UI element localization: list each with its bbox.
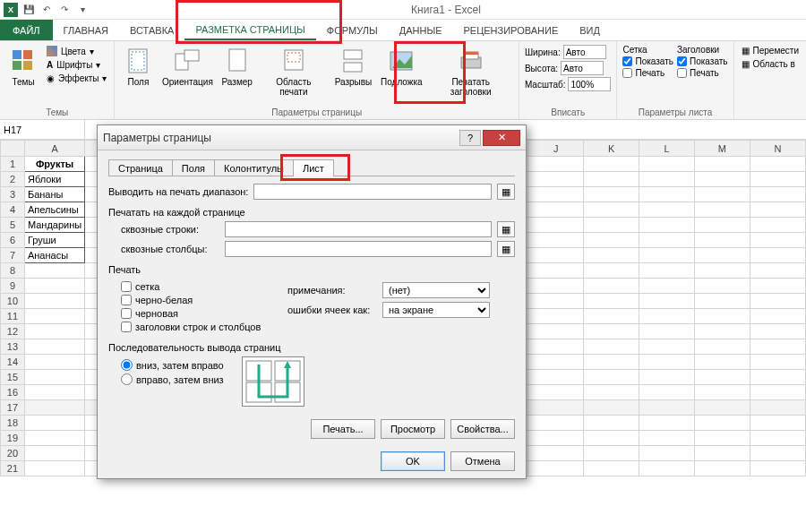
cell[interactable] bbox=[528, 279, 584, 294]
cell[interactable] bbox=[750, 461, 805, 476]
cell[interactable] bbox=[639, 233, 695, 248]
cell[interactable] bbox=[639, 416, 695, 431]
cell[interactable] bbox=[584, 248, 639, 263]
size-button[interactable]: Размер bbox=[219, 45, 255, 89]
cell[interactable] bbox=[528, 233, 584, 248]
cell[interactable] bbox=[694, 187, 750, 202]
tab-insert[interactable]: ВСТАВКА bbox=[119, 20, 184, 40]
cell[interactable] bbox=[750, 324, 805, 339]
cell[interactable] bbox=[639, 446, 695, 461]
cell[interactable] bbox=[694, 370, 750, 385]
cell[interactable] bbox=[584, 339, 639, 355]
cell[interactable] bbox=[584, 416, 639, 431]
cell[interactable]: Апельсины bbox=[24, 202, 84, 218]
cell[interactable] bbox=[528, 309, 584, 324]
row-header[interactable]: 14 bbox=[1, 355, 25, 370]
cell[interactable] bbox=[528, 218, 584, 233]
cell[interactable] bbox=[528, 157, 584, 172]
cell[interactable] bbox=[24, 385, 84, 400]
themes-button[interactable]: Темы bbox=[5, 45, 41, 89]
move-button[interactable]: ▦ Перемести bbox=[740, 45, 801, 56]
cell[interactable] bbox=[639, 324, 695, 339]
cell[interactable] bbox=[528, 172, 584, 187]
cell[interactable] bbox=[584, 431, 639, 446]
cell[interactable] bbox=[639, 187, 695, 202]
cell[interactable] bbox=[750, 279, 805, 294]
column-header[interactable]: L bbox=[639, 141, 695, 157]
cell[interactable] bbox=[694, 233, 750, 248]
cell[interactable] bbox=[24, 324, 84, 339]
cell[interactable] bbox=[24, 294, 84, 309]
cell[interactable] bbox=[584, 370, 639, 385]
preview-button[interactable]: Просмотр bbox=[381, 419, 445, 439]
bw-checkbox[interactable] bbox=[121, 295, 132, 305]
cell[interactable] bbox=[750, 202, 805, 218]
margins-button[interactable]: Поля bbox=[120, 45, 156, 89]
cell[interactable] bbox=[750, 187, 805, 202]
cell[interactable] bbox=[528, 339, 584, 355]
gridlines-checkbox[interactable] bbox=[121, 281, 132, 292]
cell[interactable] bbox=[639, 263, 695, 279]
cell[interactable] bbox=[639, 309, 695, 324]
cell[interactable] bbox=[750, 157, 805, 172]
dlg-tab-sheet[interactable]: Лист bbox=[293, 159, 334, 176]
cell[interactable] bbox=[528, 324, 584, 339]
ref-button-icon[interactable]: ▦ bbox=[497, 184, 515, 200]
cell[interactable] bbox=[694, 355, 750, 370]
cell[interactable] bbox=[584, 218, 639, 233]
cell[interactable] bbox=[750, 263, 805, 279]
help-button[interactable]: ? bbox=[459, 130, 481, 146]
qat-dropdown-icon[interactable]: ▾ bbox=[75, 3, 90, 17]
tab-file[interactable]: ФАЙЛ bbox=[0, 20, 53, 40]
dialog-titlebar[interactable]: Параметры страницы ? ✕ bbox=[98, 125, 526, 150]
cell[interactable] bbox=[694, 279, 750, 294]
cell[interactable] bbox=[639, 218, 695, 233]
cell[interactable] bbox=[584, 309, 639, 324]
ref-button-icon[interactable]: ▦ bbox=[497, 221, 515, 237]
comments-select[interactable]: (нет) bbox=[382, 282, 490, 298]
properties-button[interactable]: Свойства... bbox=[450, 419, 515, 439]
row-header[interactable]: 4 bbox=[1, 202, 25, 218]
tab-formulas[interactable]: ФОРМУЛЫ bbox=[316, 20, 389, 40]
cell[interactable] bbox=[639, 400, 695, 416]
cell[interactable]: Яблоки bbox=[24, 172, 84, 187]
cols-repeat-input[interactable] bbox=[225, 241, 492, 257]
errors-select[interactable]: на экране bbox=[382, 302, 490, 318]
row-header[interactable]: 17 bbox=[1, 400, 25, 416]
cell[interactable] bbox=[694, 202, 750, 218]
cell[interactable] bbox=[694, 416, 750, 431]
row-header[interactable]: 1 bbox=[1, 157, 25, 172]
print-titles-button[interactable]: Печатать заголовки bbox=[428, 45, 512, 99]
row-header[interactable]: 11 bbox=[1, 309, 25, 324]
row-header[interactable]: 2 bbox=[1, 172, 25, 187]
cell[interactable] bbox=[750, 339, 805, 355]
cell[interactable] bbox=[584, 446, 639, 461]
cell[interactable] bbox=[24, 263, 84, 279]
row-header[interactable]: 8 bbox=[1, 263, 25, 279]
cell[interactable] bbox=[750, 233, 805, 248]
cell[interactable] bbox=[750, 400, 805, 416]
cell[interactable] bbox=[694, 248, 750, 263]
cell[interactable] bbox=[639, 279, 695, 294]
cell[interactable] bbox=[24, 370, 84, 385]
print-area-button[interactable]: Область печати bbox=[259, 45, 329, 99]
row-header[interactable]: 18 bbox=[1, 416, 25, 431]
cell[interactable] bbox=[694, 431, 750, 446]
column-header[interactable]: A bbox=[24, 141, 84, 157]
cell[interactable] bbox=[24, 431, 84, 446]
cell[interactable] bbox=[694, 172, 750, 187]
cell[interactable] bbox=[528, 416, 584, 431]
orientation-button[interactable]: Ориентация bbox=[159, 45, 215, 89]
cell[interactable] bbox=[639, 157, 695, 172]
cell[interactable] bbox=[694, 461, 750, 476]
cell[interactable] bbox=[694, 294, 750, 309]
row-header[interactable]: 5 bbox=[1, 218, 25, 233]
cell[interactable] bbox=[639, 248, 695, 263]
cell[interactable] bbox=[584, 187, 639, 202]
cell[interactable]: Ананасы bbox=[24, 248, 84, 263]
cell[interactable]: Фрукты bbox=[24, 157, 84, 172]
cell[interactable] bbox=[750, 355, 805, 370]
row-header[interactable]: 10 bbox=[1, 294, 25, 309]
dlg-tab-headerfooter[interactable]: Колонтитулы bbox=[214, 159, 294, 176]
cell[interactable] bbox=[528, 385, 584, 400]
